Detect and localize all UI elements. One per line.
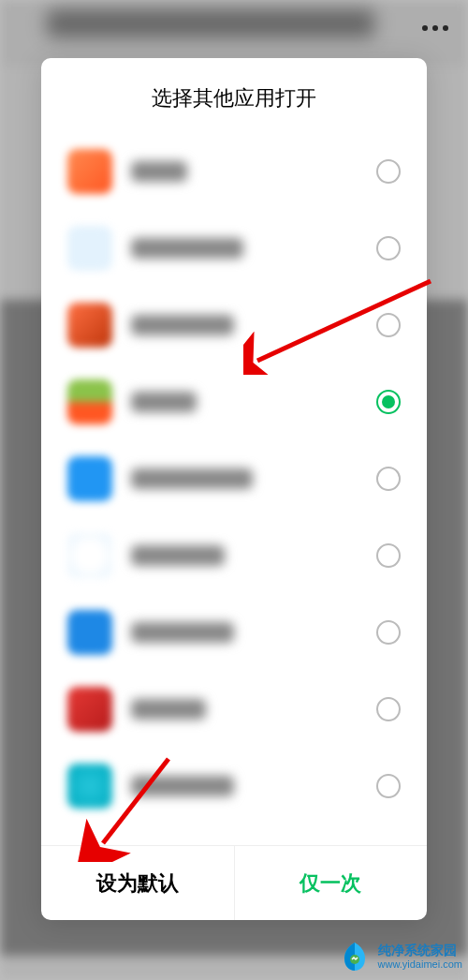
app-item-0[interactable]: [67, 133, 401, 210]
app-label: [131, 622, 234, 643]
watermark-url: www.yidaimei.com: [378, 958, 462, 970]
app-label: [131, 699, 206, 720]
app-label: [131, 545, 225, 566]
watermark-text: 纯净系统家园 www.yidaimei.com: [378, 943, 462, 969]
app-icon: [67, 610, 112, 655]
app-label: [131, 315, 234, 335]
set-default-button[interactable]: 设为默认: [41, 846, 235, 920]
radio-unselected[interactable]: [376, 313, 401, 337]
app-item-2[interactable]: [67, 287, 401, 364]
app-label: [131, 392, 197, 412]
app-icon: [67, 303, 112, 348]
app-item-8[interactable]: [67, 748, 401, 824]
just-once-button[interactable]: 仅一次: [235, 846, 428, 920]
app-item-4[interactable]: [67, 440, 401, 517]
radio-unselected[interactable]: [376, 774, 401, 798]
app-icon: [67, 456, 112, 501]
radio-unselected[interactable]: [376, 467, 401, 491]
app-icon: [67, 379, 112, 424]
app-icon: [67, 226, 112, 271]
app-label: [131, 776, 234, 796]
watermark-name: 纯净系统家园: [378, 943, 462, 958]
app-item-1[interactable]: [67, 210, 401, 287]
app-icon: [67, 149, 112, 194]
modal-title: 选择其他应用打开: [41, 58, 427, 133]
app-item-6[interactable]: [67, 594, 401, 671]
radio-unselected[interactable]: [376, 159, 401, 184]
app-list: [41, 133, 427, 845]
open-with-modal: 选择其他应用打开: [41, 58, 427, 920]
app-icon: [67, 764, 112, 809]
app-label: [131, 238, 243, 259]
app-item-3[interactable]: [67, 364, 401, 440]
app-item-7[interactable]: [67, 671, 401, 748]
radio-unselected[interactable]: [376, 543, 401, 568]
watermark-logo-icon: [337, 939, 373, 974]
radio-selected[interactable]: [376, 390, 401, 414]
radio-unselected[interactable]: [376, 236, 401, 260]
app-icon: [67, 687, 112, 732]
watermark: 纯净系统家园 www.yidaimei.com: [337, 939, 462, 974]
radio-unselected[interactable]: [376, 697, 401, 721]
app-item-5[interactable]: [67, 517, 401, 594]
modal-actions: 设为默认 仅一次: [41, 845, 427, 920]
radio-unselected[interactable]: [376, 620, 401, 645]
app-label: [131, 161, 187, 182]
app-icon: [67, 533, 112, 578]
app-label: [131, 468, 253, 489]
